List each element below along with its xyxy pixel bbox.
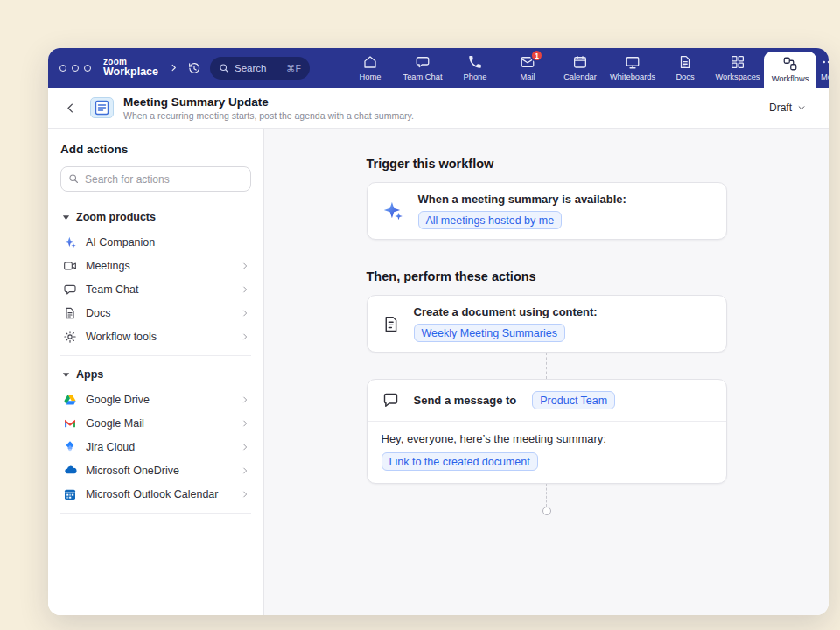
actions-heading: Then, perform these actions	[367, 270, 727, 284]
team-chat-icon	[62, 283, 78, 297]
status-dropdown[interactable]: Draft	[762, 96, 813, 119]
message-recipient-pill[interactable]: Product Team	[532, 391, 615, 410]
sidebar-item-workflow-tools[interactable]: Workflow tools	[60, 325, 251, 348]
document-icon	[382, 315, 400, 333]
message-link-pill[interactable]: Link to the created document	[382, 452, 538, 471]
chat-bubble-icon	[382, 391, 400, 410]
sidebar-item-label: Meetings	[86, 260, 130, 272]
topbar-tab-label: Home	[360, 73, 382, 81]
chevron-right-icon	[241, 466, 249, 475]
sidebar-item-label: Docs	[86, 307, 110, 319]
topbar-tab-label: Mail	[520, 73, 535, 81]
team-chat-icon	[415, 54, 430, 70]
chevron-right-icon	[241, 490, 249, 499]
section-header-zoom-products[interactable]: Zoom products	[60, 206, 251, 228]
topbar-tab-label: Workspaces	[716, 73, 760, 81]
topbar-tab-calendar[interactable]: Calendar	[554, 48, 606, 88]
sidebar-title: Add actions	[60, 143, 251, 156]
sidebar-item-label: Jira Cloud	[86, 441, 135, 453]
calendar-icon	[572, 54, 588, 70]
topbar-tab-phone[interactable]: Phone	[449, 48, 501, 88]
chevron-right-icon	[241, 419, 249, 428]
chevron-right-icon[interactable]	[169, 63, 178, 73]
home-icon	[362, 54, 378, 70]
sidebar-item-label: Google Drive	[86, 394, 150, 406]
topbar-tab-whiteboards[interactable]: Whiteboards	[606, 48, 659, 88]
onedrive-icon	[62, 464, 78, 478]
section-header-apps[interactable]: Apps	[60, 363, 251, 386]
chevron-right-icon	[241, 396, 249, 404]
chevron-right-icon	[241, 285, 249, 294]
search-input[interactable]	[60, 166, 251, 192]
sidebar-item-jira-cloud[interactable]: Jira Cloud	[60, 435, 251, 458]
topbar-tab-docs[interactable]: Docs	[659, 48, 711, 88]
topbar-tab-label: Phone	[464, 73, 487, 81]
search-label: Search	[234, 63, 266, 74]
sidebar-item-label: Microsoft Outlook Calendar	[86, 488, 218, 500]
window-zoom-button[interactable]	[84, 65, 91, 72]
window-minimize-button[interactable]	[72, 65, 79, 72]
global-search[interactable]: Search ⌘F	[210, 57, 310, 80]
message-body-text: Hey, everyone, here’s the meeting summar…	[382, 432, 712, 445]
topbar-tab-more[interactable]: More	[816, 48, 829, 88]
create-document-card[interactable]: Create a document using content: Weekly …	[367, 295, 727, 353]
topbar-tab-label: Team Chat	[403, 73, 443, 81]
topbar: zoom Workplace Search ⌘F	[48, 48, 829, 88]
topbar-tab-workflows[interactable]: Workflows	[764, 52, 816, 88]
topbar-tab-label: More	[821, 73, 829, 81]
sidebar-item-label: AI Companion	[86, 236, 155, 248]
sidebar-item-google-drive[interactable]: Google Drive	[60, 388, 251, 411]
add-step-node[interactable]	[542, 507, 551, 515]
topbar-tab-workspaces[interactable]: Workspaces	[711, 48, 764, 88]
back-button[interactable]	[60, 98, 80, 118]
sidebar-item-label: Microsoft OneDrive	[86, 465, 179, 477]
send-message-card[interactable]: Send a message to Product Team Hey, ever…	[367, 379, 727, 484]
history-icon[interactable]	[187, 61, 201, 75]
section-label: Apps	[76, 368, 103, 381]
triangle-down-icon	[62, 371, 70, 379]
workflows-icon	[782, 56, 798, 72]
topbar-tab-team-chat[interactable]: Team Chat	[396, 48, 449, 88]
mail-badge: 1	[530, 49, 543, 62]
ai-companion-icon	[382, 200, 404, 222]
docs-icon	[62, 306, 78, 320]
workflow-canvas: Trigger this workflow When a meeting sum…	[264, 129, 829, 615]
sidebar-item-docs[interactable]: Docs	[60, 301, 251, 325]
connector-line	[546, 353, 547, 379]
sidebar-item-google-mail[interactable]: Google Mail	[60, 411, 251, 435]
sidebar-item-team-chat[interactable]: Team Chat	[60, 277, 251, 301]
trigger-card[interactable]: When a meeting summary is available: All…	[367, 182, 727, 240]
topbar-tab-label: Calendar	[564, 73, 597, 81]
app-window: zoom Workplace Search ⌘F	[48, 48, 829, 615]
meetings-icon	[62, 259, 78, 273]
sidebar-item-microsoft-outlook-calendar[interactable]: Microsoft Outlook Calendar	[60, 482, 251, 506]
window-close-button[interactable]	[60, 65, 66, 72]
topbar-nav: Home Team Chat Phone 1 Mail	[344, 48, 829, 88]
topbar-tab-label: Workflows	[772, 74, 809, 83]
create-document-text: Create a document using content:	[414, 305, 598, 318]
sidebar-item-meetings[interactable]: Meetings	[60, 254, 251, 277]
sidebar-item-microsoft-onedrive[interactable]: Microsoft OneDrive	[60, 458, 251, 482]
logo-workplace: Workplace	[103, 66, 158, 79]
sidebar-item-label: Workflow tools	[86, 331, 157, 343]
topbar-tab-label: Docs	[676, 73, 694, 81]
phone-icon	[467, 54, 483, 70]
chevron-right-icon	[241, 262, 249, 270]
ai-companion-icon	[62, 235, 78, 249]
document-content-pill[interactable]: Weekly Meeting Summaries	[414, 324, 565, 342]
triangle-down-icon	[62, 214, 70, 221]
trigger-scope-pill[interactable]: All meetings hosted by me	[418, 211, 563, 229]
window-controls	[60, 65, 91, 72]
topbar-tab-home[interactable]: Home	[344, 48, 396, 88]
topbar-tab-mail[interactable]: 1 Mail	[501, 48, 554, 88]
workspaces-icon	[730, 54, 746, 70]
whiteboards-icon	[625, 54, 640, 70]
page-subtitle: When a recurring meeting starts, post th…	[123, 110, 414, 121]
page-title: Meeting Summary Update	[123, 95, 414, 108]
section-label: Zoom products	[76, 211, 156, 223]
sidebar-item-ai-companion[interactable]: AI Companion	[60, 230, 251, 254]
section-apps: Apps Google Drive	[60, 363, 251, 506]
status-badge: Draft	[769, 102, 792, 114]
gear-icon	[62, 330, 78, 344]
connector-line	[546, 484, 547, 507]
